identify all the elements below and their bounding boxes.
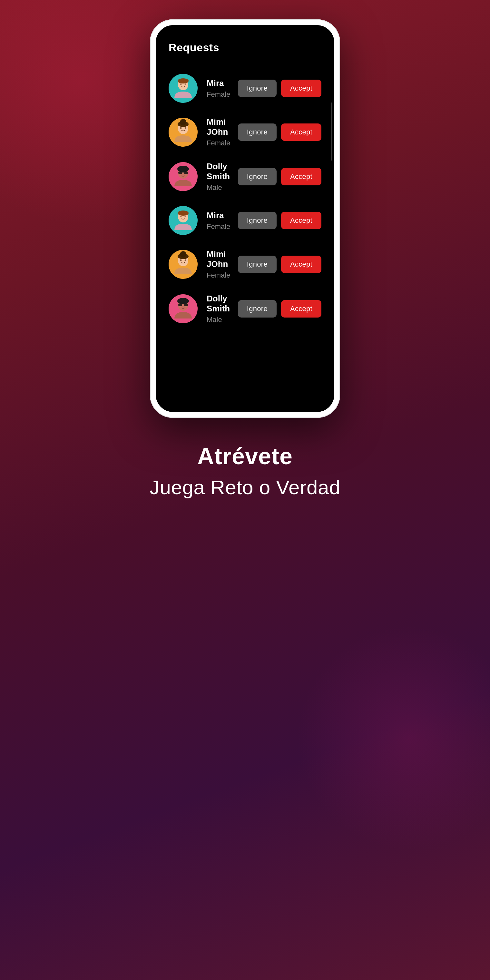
- avatar: [169, 162, 197, 191]
- user-info: Mira Female: [207, 210, 238, 231]
- phone-wrapper: Requests: [150, 19, 340, 418]
- screen-content: Requests: [156, 25, 334, 350]
- user-gender: Male: [207, 183, 238, 192]
- svg-point-31: [177, 298, 189, 304]
- phone-screen: Requests: [156, 25, 334, 412]
- user-name: Mimi JOhn: [207, 117, 238, 137]
- user-name: Mira: [207, 210, 238, 221]
- action-buttons: Ignore Accept: [238, 256, 321, 273]
- ignore-button[interactable]: Ignore: [238, 168, 277, 185]
- accept-button[interactable]: Accept: [281, 256, 321, 273]
- action-buttons: Ignore Accept: [238, 168, 321, 185]
- ignore-button[interactable]: Ignore: [238, 256, 277, 273]
- ignore-button[interactable]: Ignore: [238, 124, 277, 141]
- user-gender: Male: [207, 316, 238, 324]
- svg-rect-32: [178, 304, 182, 306]
- svg-point-5: [185, 83, 186, 85]
- user-gender: Female: [207, 90, 238, 99]
- request-item: Dolly Smith Male Ignore Accept: [169, 154, 321, 199]
- avatar: [169, 118, 197, 147]
- user-gender: Female: [207, 139, 238, 147]
- requests-title: Requests: [169, 41, 321, 54]
- svg-point-28: [185, 259, 186, 261]
- user-name: Mimi JOhn: [207, 249, 238, 269]
- svg-point-4: [180, 83, 182, 85]
- user-name: Mira: [207, 78, 238, 88]
- svg-point-3: [178, 78, 189, 83]
- user-info: Mira Female: [207, 78, 238, 99]
- svg-point-9: [180, 119, 186, 126]
- user-name: Dolly Smith: [207, 294, 238, 313]
- request-list: Mira Female Ignore Accept: [169, 67, 321, 331]
- svg-rect-16: [184, 172, 188, 174]
- phone-frame: Requests: [150, 19, 340, 418]
- user-info: Mimi JOhn Female: [207, 249, 238, 280]
- request-item: Mimi JOhn Female Ignore Accept: [169, 242, 321, 286]
- svg-point-20: [178, 210, 189, 216]
- avatar: [169, 74, 197, 103]
- tagline-main: Atrévete: [150, 444, 340, 469]
- user-info: Dolly Smith Male: [207, 294, 238, 324]
- user-info: Mimi JOhn Female: [207, 117, 238, 147]
- action-buttons: Ignore Accept: [238, 300, 321, 318]
- svg-point-11: [185, 127, 186, 129]
- ignore-button[interactable]: Ignore: [238, 80, 277, 97]
- request-item: Mira Female Ignore Accept: [169, 67, 321, 110]
- action-buttons: Ignore Accept: [238, 212, 321, 229]
- request-item: Mimi JOhn Female Ignore Accept: [169, 110, 321, 154]
- svg-point-10: [180, 127, 182, 129]
- accept-button[interactable]: Accept: [281, 300, 321, 318]
- bottom-section: Atrévete Juega Reto o Verdad: [150, 444, 340, 525]
- action-buttons: Ignore Accept: [238, 124, 321, 141]
- request-item: Dolly Smith Male Ignore Accept: [169, 286, 321, 331]
- user-info: Dolly Smith Male: [207, 162, 238, 192]
- svg-rect-15: [178, 172, 182, 174]
- request-item: Mira Female Ignore Accept: [169, 199, 321, 242]
- svg-point-14: [177, 166, 189, 172]
- accept-button[interactable]: Accept: [281, 168, 321, 185]
- svg-point-21: [180, 216, 182, 217]
- user-gender: Female: [207, 271, 238, 280]
- avatar: [169, 294, 197, 323]
- svg-point-22: [185, 216, 186, 217]
- tagline-sub: Juega Reto o Verdad: [150, 476, 340, 500]
- accept-button[interactable]: Accept: [281, 124, 321, 141]
- accept-button[interactable]: Accept: [281, 80, 321, 97]
- user-name: Dolly Smith: [207, 162, 238, 181]
- accept-button[interactable]: Accept: [281, 212, 321, 229]
- svg-point-26: [180, 251, 186, 258]
- avatar: [169, 250, 197, 279]
- svg-point-27: [180, 259, 182, 261]
- svg-rect-33: [184, 304, 188, 306]
- avatar: [169, 206, 197, 235]
- action-buttons: Ignore Accept: [238, 80, 321, 97]
- ignore-button[interactable]: Ignore: [238, 212, 277, 229]
- user-gender: Female: [207, 223, 238, 231]
- ignore-button[interactable]: Ignore: [238, 300, 277, 318]
